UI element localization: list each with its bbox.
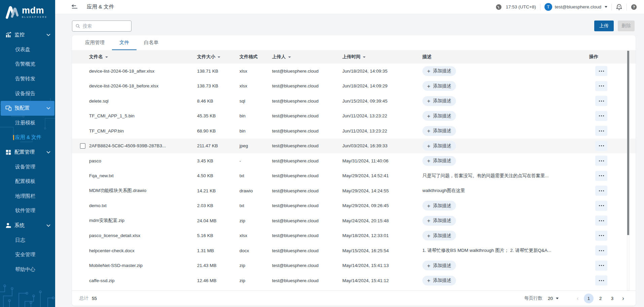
- add-description-button[interactable]: +添加描述: [422, 261, 456, 270]
- column-header-5[interactable]: 上传时间: [342, 54, 422, 60]
- row-actions-button[interactable]: [595, 66, 607, 76]
- file-name-cell-text: pasco: [89, 158, 101, 163]
- tab-app-management[interactable]: 应用管理: [78, 35, 112, 50]
- add-description-button[interactable]: +添加描述: [422, 96, 456, 106]
- user-menu[interactable]: T test@bluesphere.cloud: [544, 3, 607, 11]
- page-button-1[interactable]: 1: [584, 294, 594, 303]
- sidebar-item-3-2[interactable]: 帮助中心: [0, 262, 55, 277]
- table-row[interactable]: delete.sql8.46 KBsqltest@bluesphere.clou…: [72, 93, 636, 109]
- file-size-cell: 14.21 KB: [197, 188, 239, 193]
- sidebar-item-2-1[interactable]: 配置模板: [0, 174, 55, 189]
- row-actions-button[interactable]: [595, 231, 607, 241]
- sidebar-item-0-0[interactable]: 仪表盘: [0, 42, 55, 57]
- add-description-button[interactable]: +添加描述: [422, 201, 456, 210]
- bar-chart-icon: [5, 32, 12, 38]
- help-icon[interactable]: ?: [631, 4, 637, 10]
- row-actions-button[interactable]: [595, 81, 607, 91]
- row-actions-button[interactable]: [595, 186, 607, 196]
- sidebar-section-1[interactable]: 预配置: [1, 101, 54, 116]
- row-actions-button[interactable]: [595, 96, 607, 106]
- table-row[interactable]: helpcenter-check.docx1.31 MBdocxtest@blu…: [72, 243, 636, 258]
- file-size-cell-text: 21.43 MB: [197, 263, 217, 268]
- uploader-cell-text: test@bluesphere.cloud: [272, 203, 318, 208]
- file-size-cell: 2.03 KB: [197, 203, 239, 208]
- table-row[interactable]: device-list-2024-06-18_before.xlsx138.73…: [72, 79, 636, 94]
- upload-button[interactable]: 上传: [594, 21, 614, 31]
- row-actions-button[interactable]: [595, 156, 607, 166]
- table-row[interactable]: +添加描述: [72, 288, 636, 291]
- column-header-4[interactable]: 上传人: [272, 54, 342, 60]
- column-header-2[interactable]: 文件大小: [197, 54, 239, 60]
- sidebar-item-2-2[interactable]: 地理围栏: [0, 189, 55, 204]
- sidebar-item-label: 应用 & 文件: [15, 134, 41, 141]
- row-actions-button[interactable]: [595, 171, 607, 181]
- row-actions-button[interactable]: [595, 275, 607, 285]
- row-actions-button[interactable]: [595, 245, 607, 256]
- table-row[interactable]: MobileNet-SSD-master.zip21.43 MBziptest@…: [72, 258, 636, 273]
- row-actions-button[interactable]: [595, 126, 607, 136]
- row-actions-button[interactable]: [595, 201, 607, 211]
- table-row[interactable]: demo.txt2.03 KBtxttest@bluesphere.cloudM…: [72, 198, 636, 214]
- divider: [611, 4, 612, 10]
- sidebar-item-0-3[interactable]: 设备报告: [0, 86, 55, 101]
- sidebar-section-label: 预配置: [14, 105, 30, 111]
- vertical-scrollbar[interactable]: [627, 50, 630, 291]
- table-row[interactable]: TF_CMI_APP.bin68.90 KBbintest@bluesphere…: [72, 123, 636, 139]
- table-footer: 总计 55 每页行数 20 ‹ 1 2 3 ›: [72, 291, 636, 306]
- sidebar-item-1-0[interactable]: 注册模板: [0, 116, 55, 130]
- page-button-3[interactable]: 3: [607, 294, 617, 303]
- column-header-1[interactable]: 文件名: [89, 54, 197, 60]
- collapse-sidebar-icon[interactable]: [71, 4, 78, 10]
- page-button-2[interactable]: 2: [596, 294, 605, 303]
- table-row[interactable]: 2AFB8824-5C8C-4509-939B-287B3...211.47 K…: [72, 139, 636, 154]
- row-actions-button[interactable]: [595, 261, 607, 271]
- dot: [601, 235, 602, 236]
- delete-button[interactable]: 删除: [618, 21, 635, 31]
- add-description-button[interactable]: +添加描述: [422, 276, 456, 285]
- tab-whitelist[interactable]: 白名单: [137, 35, 166, 50]
- table-row[interactable]: mdm安装配置.zip24.04 MBziptest@bluesphere.cl…: [72, 213, 636, 228]
- row-actions-button[interactable]: [595, 141, 607, 151]
- file-format-cell: xlsx: [239, 83, 272, 88]
- sidebar-section-2[interactable]: 配置管理: [0, 145, 55, 160]
- sidebar-section-0[interactable]: 监控: [0, 28, 55, 42]
- sidebar-item-3-0[interactable]: 日志: [0, 233, 55, 247]
- dot: [603, 190, 604, 191]
- table-row[interactable]: Fqa_new.txt4.50 KBtxttest@bluesphere.clo…: [72, 168, 636, 184]
- add-description-button[interactable]: +添加描述: [422, 141, 456, 151]
- table-row[interactable]: caffe-ssd.zip12.46 MBziptest@bluesphere.…: [72, 273, 636, 288]
- sidebar-item-3-1[interactable]: 安全管理: [0, 247, 55, 262]
- prev-page-icon[interactable]: ‹: [573, 293, 583, 303]
- sidebar-item-0-1[interactable]: 告警概览: [0, 57, 55, 72]
- file-format-cell-text: -: [239, 158, 241, 163]
- row-checkbox[interactable]: [80, 143, 85, 149]
- row-actions-button[interactable]: [595, 216, 607, 226]
- sidebar-item-1-1[interactable]: 应用 & 文件: [0, 130, 55, 145]
- add-description-button[interactable]: +添加描述: [422, 216, 456, 226]
- table-row[interactable]: pasco_license_detail.xlsx5.16 KBxlsxtest…: [72, 228, 636, 243]
- sidebar-item-2-0[interactable]: 设备管理: [0, 159, 55, 174]
- add-description-button[interactable]: +添加描述: [422, 156, 456, 166]
- tab-files[interactable]: 文件: [112, 35, 137, 50]
- search-input[interactable]: [83, 24, 128, 29]
- dot: [599, 250, 600, 251]
- next-page-icon[interactable]: ›: [618, 293, 628, 303]
- add-description-button[interactable]: +添加描述: [422, 81, 456, 91]
- table-row[interactable]: MDM功能模块关系图.drawio14.21 KBdrawiotest@blue…: [72, 183, 636, 198]
- add-description-button[interactable]: +添加描述: [422, 111, 456, 121]
- add-description-button[interactable]: +添加描述: [422, 231, 456, 240]
- table-row[interactable]: pasco3.45 KB-test@bluesphere.cloudMay/31…: [72, 153, 636, 168]
- upload-time-cell: Jun/18/2024, 14:09:35: [342, 69, 422, 74]
- table-row[interactable]: TF_CMI_APP_1_5.bin45.35 KBbintest@bluesp…: [72, 109, 636, 124]
- file-format-cell-text: docx: [239, 248, 249, 253]
- sidebar-item-0-2[interactable]: 告警转发: [0, 72, 55, 86]
- sidebar-item-2-3[interactable]: 软件管理: [0, 203, 55, 218]
- scrollbar-thumb[interactable]: [627, 51, 629, 235]
- add-description-button[interactable]: +添加描述: [422, 66, 456, 76]
- table-row[interactable]: device-list-2024-06-18_after.xlsx138.71 …: [72, 64, 636, 79]
- rows-per-page-select[interactable]: 20: [548, 296, 559, 301]
- row-actions-button[interactable]: [595, 111, 607, 121]
- sidebar-section-3[interactable]: 系统: [0, 218, 55, 233]
- add-description-button[interactable]: +添加描述: [422, 126, 456, 136]
- notifications-bell-icon[interactable]: [616, 4, 622, 10]
